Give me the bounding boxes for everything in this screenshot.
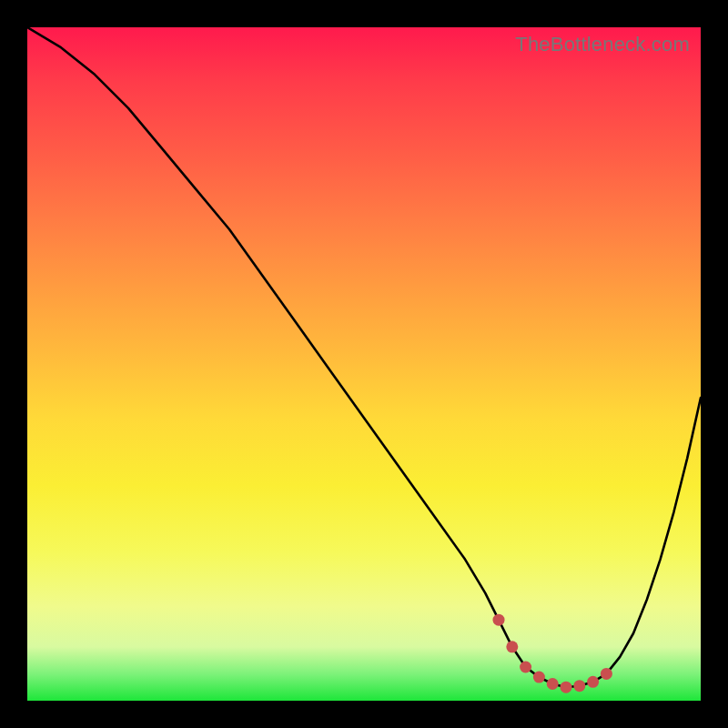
highlight-dot bbox=[520, 662, 531, 673]
highlight-dot bbox=[587, 676, 599, 688]
highlight-dot bbox=[561, 682, 572, 693]
highlight-dot bbox=[547, 678, 559, 690]
bottleneck-curve bbox=[27, 27, 701, 687]
highlight-dot bbox=[601, 668, 612, 680]
plot-area: TheBottleneck.com bbox=[27, 27, 701, 701]
chart-svg bbox=[27, 27, 701, 701]
highlight-dot bbox=[493, 614, 505, 626]
highlight-dot bbox=[506, 641, 518, 652]
highlight-dot-group bbox=[493, 614, 612, 693]
highlight-dot bbox=[533, 672, 545, 683]
highlight-dot bbox=[573, 680, 585, 692]
outer-frame: TheBottleneck.com bbox=[0, 0, 728, 728]
